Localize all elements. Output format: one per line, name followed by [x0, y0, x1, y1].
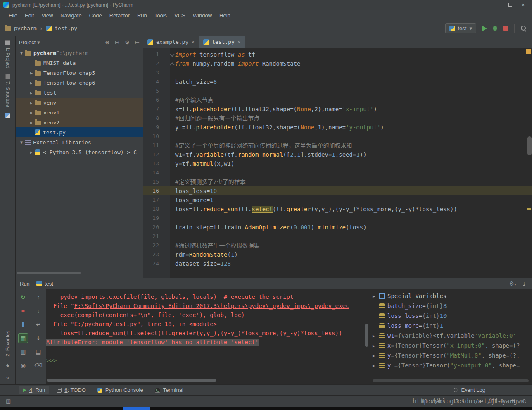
menu-item-edit[interactable]: Edit — [21, 11, 38, 20]
tree-item-test[interactable]: ▶test — [16, 88, 143, 98]
line-number[interactable]: 15 — [143, 177, 170, 186]
line-number[interactable]: 2 — [143, 59, 170, 68]
close-tab-icon[interactable] — [191, 39, 195, 45]
print-console-icon[interactable]: ▤ — [33, 347, 43, 357]
variable-row-y[interactable]: ▶y_ = {Tensor} Tensor("y-output:0", shap… — [369, 360, 532, 370]
line-number[interactable]: 4 — [143, 77, 170, 86]
expand-icon[interactable]: ▶ — [373, 353, 379, 358]
tree-expand-icon[interactable]: ▶ — [28, 110, 35, 115]
soft-wrap-icon[interactable]: ↩ — [33, 319, 43, 329]
tool-window-tab-6-todo[interactable]: 6: TODO — [53, 386, 90, 394]
stripe-tab-7-structure[interactable]: 7: Structure — [5, 74, 11, 107]
settings-icon[interactable]: ⚙ — [125, 39, 130, 45]
tree-item-mnist-data[interactable]: MNIST_data — [16, 58, 143, 68]
variables-horizontal-scrollbar[interactable] — [373, 379, 529, 382]
search-everywhere-icon[interactable] — [520, 25, 527, 32]
tool-window-tab-python-console[interactable]: Python Console — [94, 386, 147, 394]
menu-item-run[interactable]: Run — [133, 11, 151, 20]
tree-item-tensorflow-chap5[interactable]: ▶TensorFlow chap5 — [16, 68, 143, 78]
scroll-to-end-icon[interactable]: ↧ — [33, 333, 43, 343]
editor[interactable]: 1import tensorflow as tf2from numpy.rand… — [143, 48, 532, 278]
more-tool-windows-icon[interactable] — [6, 374, 10, 381]
variable-row-special-variables[interactable]: ▶Special Variables — [369, 291, 532, 301]
line-number[interactable]: 19 — [143, 214, 170, 223]
gear-icon[interactable] — [509, 280, 516, 287]
line-number[interactable]: 24 — [143, 259, 170, 268]
line-number[interactable]: 10 — [143, 132, 170, 141]
run-tab-test[interactable]: test — [33, 280, 57, 288]
line-number[interactable]: 17 — [143, 195, 170, 205]
fold-region-icon[interactable] — [170, 50, 175, 59]
breadcrumb-file[interactable]: test.py — [55, 25, 77, 31]
console-horizontal-scrollbar[interactable] — [47, 379, 216, 382]
run-configuration-select[interactable]: test — [445, 23, 477, 33]
tree-item-test-py[interactable]: test.py — [16, 127, 143, 137]
line-number[interactable]: 13 — [143, 159, 170, 168]
variable-row-x[interactable]: ▶x = {Tensor} Tensor("x-input:0", shape=… — [369, 341, 532, 350]
debug-button[interactable] — [493, 26, 497, 31]
menu-item-vcs[interactable]: VCS — [171, 11, 189, 20]
tree-item-venv[interactable]: ▶venv — [16, 98, 143, 107]
expand-icon[interactable]: ▶ — [373, 294, 379, 298]
tree-expand-icon[interactable]: ▼ — [18, 140, 25, 145]
editor-tab-test-py[interactable]: test.py — [199, 36, 245, 48]
console-vertical-scrollbar[interactable] — [365, 324, 368, 347]
line-number[interactable]: 7 — [143, 105, 170, 114]
fold-region-icon[interactable] — [170, 59, 175, 68]
stripe-tab-favorites[interactable]: 2: Favorites — [5, 331, 11, 357]
pause-output-icon[interactable]: ‖ — [18, 319, 28, 329]
hide-panel-icon[interactable] — [523, 281, 525, 286]
tree-expand-icon[interactable]: ▶ — [28, 91, 35, 95]
line-number[interactable]: 16 — [143, 186, 170, 195]
menu-item-view[interactable]: View — [38, 11, 57, 20]
run-console[interactable]: pydev_imports.execfile(file, globals, lo… — [46, 289, 369, 384]
run-button[interactable] — [482, 26, 487, 31]
project-view-select[interactable]: Project — [19, 39, 40, 45]
tree-item-python-3-5-tensorflow-c[interactable]: ▶< Python 3.5 (tensorflow) > C — [16, 147, 143, 157]
tool-window-tab-4-run[interactable]: 4: Run — [19, 386, 49, 394]
heap-indicator-icon[interactable] — [522, 399, 526, 403]
tree-item-venv2[interactable]: ▶venv2 — [16, 117, 143, 127]
tree-item-tensorflow-chap6[interactable]: ▶TensorFlow chap6 — [16, 78, 143, 88]
tree-expand-icon[interactable]: ▶ — [28, 100, 35, 105]
down-stack-trace-icon[interactable]: ↓ — [33, 306, 43, 316]
tree-expand-icon[interactable]: ▶ — [28, 71, 35, 75]
tree-expand-icon[interactable]: ▶ — [28, 120, 35, 125]
locate-file-icon[interactable]: ⊕ — [105, 39, 109, 45]
tree-item-pycharm[interactable]: ▼pycharm E:\pycharm — [16, 48, 143, 58]
expand-icon[interactable]: ▶ — [373, 334, 379, 338]
stop-button[interactable] — [503, 26, 508, 31]
hide-panel-icon[interactable]: ⊢ — [135, 39, 140, 45]
line-number[interactable]: 22 — [143, 241, 170, 250]
menu-item-help[interactable]: Help — [216, 11, 234, 20]
maximize-button[interactable] — [508, 3, 512, 7]
menu-item-tools[interactable]: Tools — [151, 11, 171, 20]
menu-item-refactor[interactable]: Refactor — [106, 11, 133, 20]
stack-trace-link[interactable]: F:\Softs\PyCharm Community Edition 2017.… — [74, 303, 349, 309]
status-item-n-a[interactable]: n/a — [472, 398, 481, 404]
line-number[interactable]: 12 — [143, 150, 170, 159]
line-number[interactable]: 5 — [143, 86, 170, 95]
line-number[interactable]: 1 — [143, 50, 170, 59]
close-button[interactable]: × — [521, 2, 525, 7]
line-number[interactable]: 3 — [143, 68, 170, 77]
line-number[interactable]: 9 — [143, 123, 170, 132]
tool-window-switcher-icon[interactable] — [6, 398, 11, 404]
tree-item-external-libraries[interactable]: ▼External Libraries — [16, 137, 143, 147]
error-stripe-indicator[interactable] — [526, 49, 531, 54]
collapse-all-icon[interactable]: ⊟ — [115, 39, 119, 45]
line-number[interactable]: 21 — [143, 232, 170, 241]
pin-tab-icon[interactable]: ◉ — [18, 360, 28, 370]
stripe-tab-tool[interactable] — [5, 113, 10, 118]
line-number[interactable]: 11 — [143, 141, 170, 150]
tree-expand-icon[interactable]: ▶ — [28, 150, 35, 155]
breadcrumb-project[interactable]: pycharm — [14, 25, 37, 31]
stripe-tab-1-project[interactable]: 1: Project — [5, 40, 11, 68]
lock-icon[interactable] — [511, 400, 515, 403]
line-number[interactable]: 23 — [143, 250, 170, 259]
line-number[interactable]: 20 — [143, 223, 170, 232]
status-item-17-1[interactable]: 17:1 — [453, 398, 465, 404]
taskbar-active-app[interactable] — [123, 407, 150, 410]
up-stack-trace-icon[interactable]: ↑ — [33, 292, 43, 302]
variable-row-w1[interactable]: ▶w1 = {Variable} <tf.Variable 'Variable:… — [369, 331, 532, 341]
